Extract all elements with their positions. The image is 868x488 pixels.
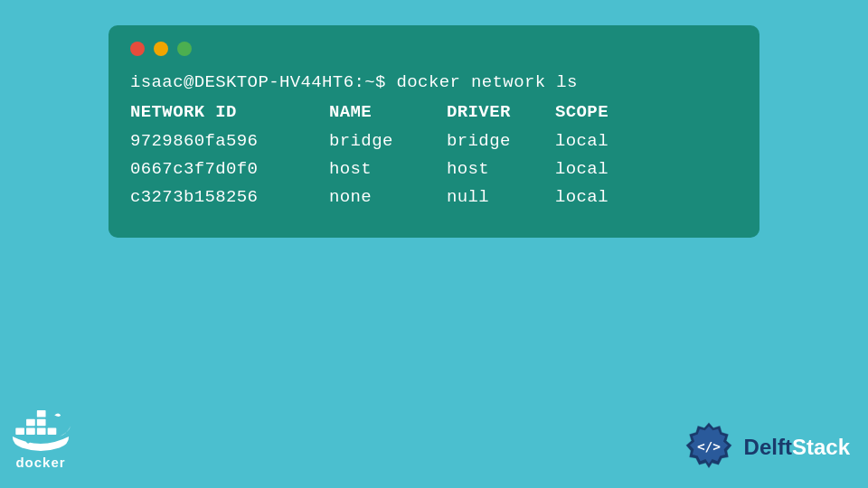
svg-text:</>: </> [697,439,721,454]
svg-rect-5 [37,419,46,427]
docker-whale-icon [9,410,72,451]
cell-name: none [329,183,447,211]
cell-scope: local [555,183,627,211]
minimize-button[interactable] [154,42,168,56]
svg-rect-1 [26,427,35,435]
table-row: 0667c3f7d0f0hosthostlocal [130,155,738,183]
svg-rect-2 [37,427,46,435]
cell-scope: local [555,155,627,183]
cell-driver: host [447,155,555,183]
docker-label: docker [15,455,65,470]
delftstack-regular: Stack [792,435,850,459]
traffic-lights [130,42,738,56]
command-line: isaac@DESKTOP-HV44HT6:~$ docker network … [130,69,738,97]
cell-name: host [329,155,447,183]
cell-scope: local [555,127,627,155]
svg-point-7 [26,440,30,444]
svg-rect-6 [37,410,46,418]
table-row: c3273b158256nonenulllocal [130,183,738,211]
maximize-button[interactable] [177,42,192,56]
delftstack-bold: Delft [744,435,792,459]
cell-name: bridge [329,127,447,155]
delftstack-name: DelftStack [744,435,850,460]
table-row: 9729860fa596bridgebridgelocal [130,127,738,155]
svg-rect-3 [48,427,57,435]
cell-id: c3273b158256 [130,183,329,211]
header-driver: DRIVER [447,99,555,127]
table-header: NETWORK IDNAMEDRIVERSCOPE [130,99,738,127]
header-scope: SCOPE [555,99,627,127]
close-button[interactable] [130,42,145,56]
cell-id: 9729860fa596 [130,127,329,155]
terminal-content: isaac@DESKTOP-HV44HT6:~$ docker network … [130,69,738,212]
svg-rect-4 [26,419,35,427]
delftstack-badge-icon: </> [683,421,735,474]
cell-id: 0667c3f7d0f0 [130,155,329,183]
docker-logo: docker [9,410,72,470]
cell-driver: bridge [447,127,555,155]
svg-rect-0 [15,427,24,435]
header-name: NAME [329,99,447,127]
terminal-window: isaac@DESKTOP-HV44HT6:~$ docker network … [108,25,760,238]
delftstack-logo: </> DelftStack [683,421,850,474]
header-id: NETWORK ID [130,99,329,127]
table-rows-container: 9729860fa596bridgebridgelocal0667c3f7d0f… [130,127,738,212]
cell-driver: null [447,183,555,211]
